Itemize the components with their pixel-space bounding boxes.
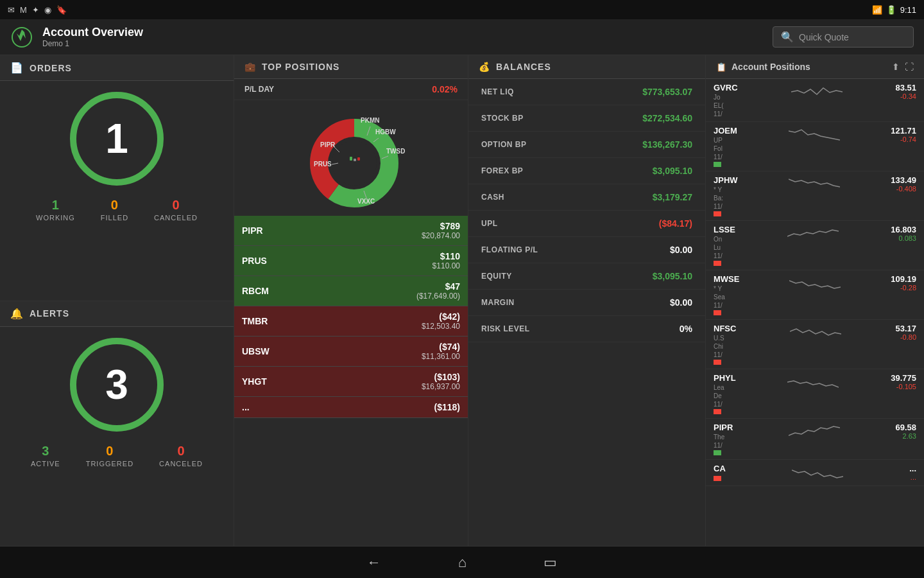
alerts-canceled-label: CANCELED [159,460,203,468]
balance-net-liq: NET LIQ $773,653.07 [468,79,705,105]
position-values: ($103) $16,937.00 [422,372,460,391]
account-positions-header: 📋 Account Positions ⬆ ⛶ [706,55,924,79]
position-symbol: UBSW [242,346,270,356]
alerts-stats: 3 ACTIVE 0 TRIGGERED 0 CANCELED [0,440,234,477]
svg-text:PRUS: PRUS [314,161,332,168]
alerts-active-label: ACTIVE [31,460,60,468]
position-values: ($118) [434,402,460,412]
search-input[interactable] [799,32,905,42]
alerts-title: ALERTS [30,308,69,319]
person-icon: ◉ [44,5,51,15]
svg-rect-11 [357,157,360,161]
list-item[interactable]: RBCM $47 ($17,649.00) [234,276,468,306]
list-item[interactable]: LSSE On Lu 11/ 16.803 0.083 [706,221,924,270]
position-symbol: ... [242,402,250,412]
list-item[interactable]: PIPR The 11/ 69.58 2.63 [706,419,924,460]
sparkline-chart [787,373,839,391]
red-indicator [714,310,721,315]
pl-day-row: P/L DAY 0.02% [234,79,468,100]
list-item[interactable]: ... ($118) [234,397,468,418]
donut-chart: PIPR PRUS PKMN HGBW TWSD VXXC [287,102,415,215]
quick-quote-search[interactable]: 🔍 [773,26,914,48]
red-indicator [714,360,721,365]
orders-canceled-value: 0 [154,198,198,213]
list-item[interactable]: PIPR $789 $20,874.00 [234,216,468,246]
battery-icon: 🔋 [886,5,896,15]
app-subtitle: Demo 1 [42,39,143,48]
balance-floating-pl: FLOATING P/L $0.00 [468,237,705,263]
expand-icon[interactable]: ⛶ [905,62,914,72]
list-item[interactable]: PRUS $110 $110.00 [234,246,468,276]
header-left: Account Overview Demo 1 [10,26,143,49]
orders-canceled-stat: 0 CANCELED [154,198,198,222]
sparkline-chart [789,175,840,193]
recent-apps-button[interactable]: ▭ [543,554,557,571]
svg-rect-9 [350,157,352,161]
position-symbol: TMBR [242,316,268,326]
balance-margin: MARGIN $0.00 [468,290,705,316]
orders-filled-label: FILLED [101,214,128,222]
balances-panel: 💰 BALANCES NET LIQ $773,653.07 STOCK BP … [468,55,706,546]
position-values: ($42) $12,503.40 [422,311,460,331]
orders-filled-value: 0 [101,198,128,213]
svg-rect-10 [354,159,356,161]
red-indicator [714,476,721,481]
orders-gauge-container: 1 [0,81,234,194]
position-values: ($74) $11,361.00 [422,342,460,361]
list-item[interactable]: JPHW * Y Ba: 11/ 133.49 -0.408 [706,171,924,221]
position-values: $47 ($17,649.00) [416,281,460,301]
list-item[interactable]: MWSE * Y Sea 11/ 109.19 -0.28 [706,270,924,320]
gmail-icon: M [20,5,27,15]
list-item[interactable]: NFSC U.S Chi 11/ 53.17 -0.80 [706,320,924,369]
svg-text:PKMN: PKMN [361,117,379,124]
left-panel: 📄 ORDERS 1 1 WORKING 0 [0,55,234,546]
sparkline-chart [790,324,841,342]
alerts-section: 🔔 ALERTS 3 3 ACTIVE 0 [0,301,234,547]
svg-text:PIPR: PIPR [320,141,336,148]
list-item[interactable]: UBSW ($74) $11,361.00 [234,337,468,367]
orders-section: 📄 ORDERS 1 1 WORKING 0 [0,55,234,301]
alerts-count: 3 [105,361,128,408]
sort-icon[interactable]: ⬆ [892,62,900,72]
home-button[interactable]: ⌂ [458,554,466,571]
alerts-active-stat: 3 ACTIVE [31,444,60,468]
mail-icon: ✉ [8,5,15,15]
orders-canceled-label: CANCELED [154,214,198,222]
balance-equity: EQUITY $3,095.10 [468,263,705,290]
time-display: 9:11 [900,5,916,15]
balance-cash: CASH $3,179.27 [468,184,705,211]
alerts-canceled-value: 0 [159,444,203,459]
positions-icon: 💼 [244,62,255,72]
alerts-triggered-stat: 0 TRIGGERED [86,444,133,468]
app-title: Account Overview [42,26,143,39]
alerts-canceled-stat: 0 CANCELED [159,444,203,468]
sparkline-chart [789,126,840,144]
alerts-triggered-label: TRIGGERED [86,460,133,468]
position-values: $789 $20,874.00 [422,221,460,240]
account-positions-icon: 📋 [716,62,726,72]
orders-gauge: 1 [65,87,168,190]
list-item[interactable]: YHGT ($103) $16,937.00 [234,367,468,397]
list-item[interactable]: PHYL Lea De 11/ 39.775 -0.105 [706,369,924,419]
list-item[interactable]: JOEM UP Fol 11/ 121.71 -0.74 [706,122,924,171]
list-item[interactable]: TMBR ($42) $12,503.40 [234,306,468,337]
status-bar-right: 📶 🔋 9:11 [872,5,916,15]
search-icon: 🔍 [781,31,794,43]
svg-point-8 [332,141,377,186]
balances-icon: 💰 [479,62,490,72]
alerts-gauge: 3 [65,333,168,436]
balances-header: 💰 BALANCES [468,55,705,79]
list-item[interactable]: GVRC Jo EL( 11/ 83.51 -0.34 [706,79,924,122]
sparkline-chart [787,225,839,243]
pl-day-value: 0.02% [432,84,458,94]
back-button[interactable]: ← [367,554,381,571]
svg-text:HGBW: HGBW [375,128,396,136]
status-bar-left: ✉ M ✦ ◉ 🔖 [8,5,67,15]
list-item[interactable]: CA ... ... [706,460,924,486]
orders-header: 📄 ORDERS [0,55,234,81]
alerts-gauge-container: 3 [0,327,234,440]
status-bar: ✉ M ✦ ◉ 🔖 📶 🔋 9:11 [0,0,924,19]
account-header-icons: ⬆ ⛶ [892,62,914,72]
green-indicator [714,162,721,167]
balance-upl: UPL ($84.17) [468,211,705,237]
